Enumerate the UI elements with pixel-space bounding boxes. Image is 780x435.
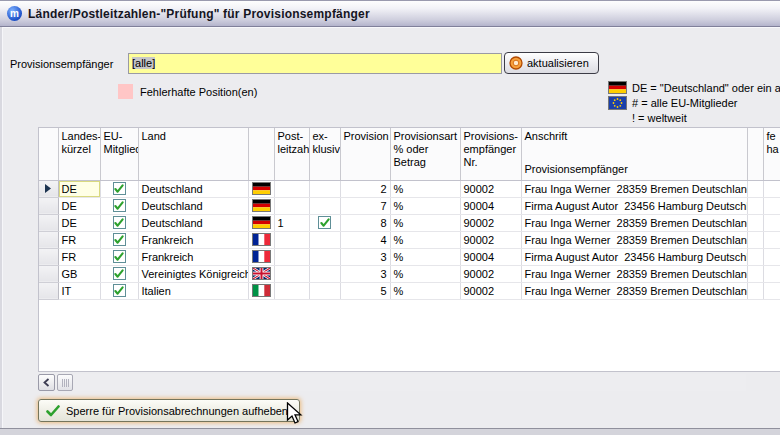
cell-empty[interactable] — [763, 197, 780, 214]
row-selector[interactable] — [39, 265, 58, 282]
checkbox-checked-icon[interactable] — [113, 199, 126, 212]
cell-provision[interactable]: 2 — [340, 180, 390, 197]
window-titlebar[interactable]: m Länder/Postleitzahlen-"Prüfung" für Pr… — [0, 0, 780, 27]
table-row[interactable]: DEDeutschland2%90002Frau Inga Werner 283… — [39, 180, 780, 197]
cell-flag[interactable] — [248, 231, 274, 248]
cell-landeskuerzel[interactable]: GB — [58, 265, 100, 282]
cell-land[interactable]: Deutschland — [138, 180, 248, 197]
cell-provision[interactable]: 7 — [340, 197, 390, 214]
cell-provisionsart[interactable]: % — [390, 180, 460, 197]
checkbox-checked-icon[interactable] — [113, 233, 126, 246]
cell-empty[interactable] — [763, 214, 780, 231]
row-selector[interactable] — [39, 197, 58, 214]
cell-provisionsart[interactable]: % — [390, 248, 460, 265]
cell-eu-mitglied[interactable] — [100, 282, 138, 299]
cell-eu-mitglied[interactable] — [100, 248, 138, 265]
cell-empfaenger-nr[interactable]: 90002 — [460, 282, 521, 299]
cell-landeskuerzel[interactable]: DE — [58, 214, 100, 231]
cell-eu-mitglied[interactable] — [100, 265, 138, 282]
checkbox-checked-icon[interactable] — [113, 216, 126, 229]
cell-anschrift[interactable]: Firma August Autor 23456 Hamburg Deutsch… — [521, 248, 747, 265]
table-row[interactable]: DEDeutschland7%90004Firma August Autor 2… — [39, 197, 780, 214]
row-selector[interactable] — [39, 231, 58, 248]
cell-empty[interactable] — [763, 248, 780, 265]
cell-postleitzahl[interactable] — [274, 197, 309, 214]
cell-eu-mitglied[interactable] — [100, 197, 138, 214]
cell-land[interactable]: Deutschland — [138, 197, 248, 214]
cell-empfaenger-nr[interactable]: 90004 — [460, 248, 521, 265]
row-selector[interactable] — [39, 180, 58, 197]
table-row[interactable]: GBVereinigtes Königreich3%90002Frau Inga… — [39, 265, 780, 282]
cell-exklusiv[interactable] — [309, 231, 340, 248]
cell-eu-mitglied[interactable] — [100, 231, 138, 248]
cell-postleitzahl[interactable] — [274, 231, 309, 248]
cell-anschrift[interactable]: Frau Inga Werner 28359 Bremen Deutschlan… — [521, 231, 747, 248]
scrollbar-thumb[interactable] — [57, 374, 73, 391]
cell-empty[interactable] — [747, 214, 763, 231]
countries-grid[interactable]: Landes- kürzelEU- MitgliedLandPost- leit… — [38, 127, 780, 372]
cell-provision[interactable]: 8 — [340, 214, 390, 231]
cell-provision[interactable]: 3 — [340, 248, 390, 265]
cell-eu-mitglied[interactable] — [100, 214, 138, 231]
cell-exklusiv[interactable] — [309, 248, 340, 265]
table-row[interactable]: FRFrankreich3%90004Firma August Autor 23… — [39, 248, 780, 265]
cell-empty[interactable] — [763, 265, 780, 282]
cell-empty[interactable] — [747, 265, 763, 282]
cell-landeskuerzel[interactable]: DE — [58, 197, 100, 214]
cell-exklusiv[interactable] — [309, 197, 340, 214]
cell-provision[interactable]: 4 — [340, 231, 390, 248]
horizontal-scrollbar[interactable] — [38, 374, 746, 391]
cell-land[interactable]: Frankreich — [138, 248, 248, 265]
unlock-button[interactable]: Sperre für Provisionsabrechnungen aufheb… — [38, 399, 300, 422]
cell-flag[interactable] — [248, 248, 274, 265]
table-row[interactable]: FRFrankreich4%90002Frau Inga Werner 2835… — [39, 231, 780, 248]
cell-empty[interactable] — [747, 248, 763, 265]
cell-provision[interactable]: 5 — [340, 282, 390, 299]
cell-eu-mitglied[interactable] — [100, 180, 138, 197]
checkbox-checked-icon[interactable] — [113, 284, 126, 297]
cell-land[interactable]: Italien — [138, 282, 248, 299]
cell-empty[interactable] — [747, 197, 763, 214]
cell-provisionsart[interactable]: % — [390, 214, 460, 231]
cell-empty[interactable] — [747, 282, 763, 299]
cell-postleitzahl[interactable] — [274, 180, 309, 197]
cell-empfaenger-nr[interactable]: 90002 — [460, 231, 521, 248]
cell-empty[interactable] — [747, 231, 763, 248]
cell-flag[interactable] — [248, 265, 274, 282]
cell-exklusiv[interactable] — [309, 180, 340, 197]
cell-anschrift[interactable]: Frau Inga Werner 28359 Bremen Deutschlan… — [521, 265, 747, 282]
cell-exklusiv[interactable] — [309, 265, 340, 282]
row-selector[interactable] — [39, 282, 58, 299]
recipient-filter-input[interactable]: [alle] — [128, 53, 502, 74]
cell-empty[interactable] — [763, 231, 780, 248]
cell-exklusiv[interactable] — [309, 282, 340, 299]
cell-postleitzahl[interactable] — [274, 265, 309, 282]
cell-land[interactable]: Deutschland — [138, 214, 248, 231]
cell-postleitzahl[interactable]: 1 — [274, 214, 309, 231]
cell-empfaenger-nr[interactable]: 90002 — [460, 265, 521, 282]
cell-exklusiv[interactable] — [309, 214, 340, 231]
cell-landeskuerzel[interactable]: FR — [58, 231, 100, 248]
cell-provisionsart[interactable]: % — [390, 197, 460, 214]
cell-flag[interactable] — [248, 282, 274, 299]
scroll-left-button[interactable] — [38, 374, 55, 391]
row-selector[interactable] — [39, 248, 58, 265]
cell-flag[interactable] — [248, 197, 274, 214]
cell-empfaenger-nr[interactable]: 90002 — [460, 214, 521, 231]
cell-empty[interactable] — [747, 180, 763, 197]
cell-provisionsart[interactable]: % — [390, 282, 460, 299]
cell-postleitzahl[interactable] — [274, 282, 309, 299]
cell-landeskuerzel[interactable]: FR — [58, 248, 100, 265]
checkbox-checked-icon[interactable] — [113, 267, 126, 280]
cell-landeskuerzel[interactable]: IT — [58, 282, 100, 299]
cell-anschrift[interactable]: Frau Inga Werner 28359 Bremen Deutschlan… — [521, 214, 747, 231]
cell-land[interactable]: Frankreich — [138, 231, 248, 248]
cell-anschrift[interactable]: Frau Inga Werner 28359 Bremen Deutschlan… — [521, 180, 747, 197]
cell-postleitzahl[interactable] — [274, 248, 309, 265]
cell-flag[interactable] — [248, 214, 274, 231]
cell-empfaenger-nr[interactable]: 90004 — [460, 197, 521, 214]
refresh-button[interactable]: aktualisieren — [504, 52, 599, 74]
row-selector[interactable] — [39, 214, 58, 231]
cell-anschrift[interactable]: Frau Inga Werner 28359 Bremen Deutschlan… — [521, 282, 747, 299]
cell-anschrift[interactable]: Firma August Autor 23456 Hamburg Deutsch… — [521, 197, 747, 214]
